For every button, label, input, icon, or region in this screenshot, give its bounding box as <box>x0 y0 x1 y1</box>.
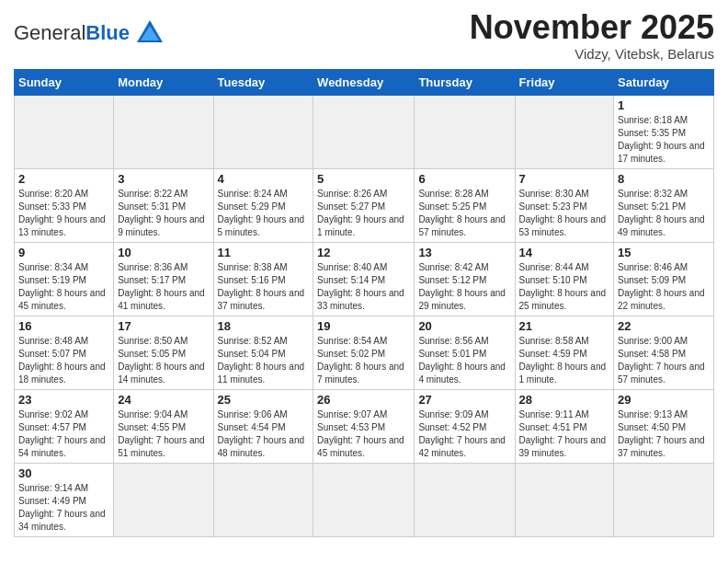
day-cell <box>515 463 614 536</box>
day-number: 21 <box>519 319 610 333</box>
day-number: 7 <box>519 172 610 186</box>
day-cell: 6Sunrise: 8:28 AM Sunset: 5:25 PM Daylig… <box>415 168 515 242</box>
day-cell: 10Sunrise: 8:36 AM Sunset: 5:17 PM Dayli… <box>114 242 213 316</box>
day-info: Sunrise: 8:38 AM Sunset: 5:16 PM Dayligh… <box>218 261 310 313</box>
day-number: 28 <box>519 393 610 407</box>
day-cell: 29Sunrise: 9:13 AM Sunset: 4:50 PM Dayli… <box>614 389 714 463</box>
day-number: 5 <box>317 172 410 186</box>
week-row-4: 23Sunrise: 9:02 AM Sunset: 4:57 PM Dayli… <box>15 389 714 463</box>
day-cell <box>213 95 313 168</box>
day-number: 15 <box>618 246 710 259</box>
day-info: Sunrise: 8:50 AM Sunset: 5:05 PM Dayligh… <box>118 335 209 386</box>
day-cell: 18Sunrise: 8:52 AM Sunset: 5:04 PM Dayli… <box>213 316 313 389</box>
logo-text: GeneralBlue <box>14 21 130 45</box>
week-row-1: 2Sunrise: 8:20 AM Sunset: 5:33 PM Daylig… <box>15 168 714 242</box>
logo-general: General <box>14 21 85 44</box>
day-cell <box>15 95 114 168</box>
day-info: Sunrise: 8:52 AM Sunset: 5:04 PM Dayligh… <box>218 335 310 386</box>
day-info: Sunrise: 9:00 AM Sunset: 4:58 PM Dayligh… <box>618 335 710 386</box>
day-number: 2 <box>18 172 109 186</box>
day-cell <box>114 463 213 536</box>
day-info: Sunrise: 8:46 AM Sunset: 5:09 PM Dayligh… <box>618 261 710 313</box>
day-cell: 9Sunrise: 8:34 AM Sunset: 5:19 PM Daylig… <box>15 242 114 316</box>
day-info: Sunrise: 9:14 AM Sunset: 4:49 PM Dayligh… <box>18 482 109 534</box>
month-title: November 2025 <box>470 9 714 46</box>
day-cell: 12Sunrise: 8:40 AM Sunset: 5:14 PM Dayli… <box>313 242 415 316</box>
day-cell <box>415 95 515 168</box>
header-row: Sunday Monday Tuesday Wednesday Thursday… <box>15 69 714 95</box>
day-info: Sunrise: 8:42 AM Sunset: 5:12 PM Dayligh… <box>418 261 510 313</box>
week-row-0: 1Sunrise: 8:18 AM Sunset: 5:35 PM Daylig… <box>15 95 714 168</box>
day-cell <box>415 463 515 536</box>
day-cell: 5Sunrise: 8:26 AM Sunset: 5:27 PM Daylig… <box>313 168 415 242</box>
day-number: 19 <box>317 319 410 333</box>
day-cell: 19Sunrise: 8:54 AM Sunset: 5:02 PM Dayli… <box>313 316 415 389</box>
header: GeneralBlue November 2025 Vidzy, Vitebsk… <box>14 9 714 62</box>
day-info: Sunrise: 9:02 AM Sunset: 4:57 PM Dayligh… <box>18 408 109 460</box>
day-info: Sunrise: 8:18 AM Sunset: 5:35 PM Dayligh… <box>618 114 710 166</box>
day-info: Sunrise: 9:13 AM Sunset: 4:50 PM Dayligh… <box>618 408 710 460</box>
day-info: Sunrise: 8:24 AM Sunset: 5:29 PM Dayligh… <box>218 188 310 239</box>
calendar: Sunday Monday Tuesday Wednesday Thursday… <box>14 69 714 537</box>
day-number: 9 <box>18 246 109 259</box>
day-number: 14 <box>519 246 610 259</box>
day-cell: 11Sunrise: 8:38 AM Sunset: 5:16 PM Dayli… <box>213 242 313 316</box>
day-cell: 17Sunrise: 8:50 AM Sunset: 5:05 PM Dayli… <box>114 316 213 389</box>
col-sunday: Sunday <box>15 69 114 95</box>
day-number: 8 <box>618 172 710 186</box>
day-cell: 13Sunrise: 8:42 AM Sunset: 5:12 PM Dayli… <box>415 242 515 316</box>
day-cell: 21Sunrise: 8:58 AM Sunset: 4:59 PM Dayli… <box>515 316 614 389</box>
col-wednesday: Wednesday <box>313 69 415 95</box>
day-number: 16 <box>18 319 109 333</box>
day-info: Sunrise: 8:36 AM Sunset: 5:17 PM Dayligh… <box>118 261 209 313</box>
day-cell <box>313 463 415 536</box>
title-block: November 2025 Vidzy, Vitebsk, Belarus <box>470 9 714 62</box>
day-cell: 26Sunrise: 9:07 AM Sunset: 4:53 PM Dayli… <box>313 389 415 463</box>
week-row-3: 16Sunrise: 8:48 AM Sunset: 5:07 PM Dayli… <box>15 316 714 389</box>
day-cell: 28Sunrise: 9:11 AM Sunset: 4:51 PM Dayli… <box>515 389 614 463</box>
logo: GeneralBlue <box>14 17 166 50</box>
day-info: Sunrise: 8:20 AM Sunset: 5:33 PM Dayligh… <box>18 188 109 239</box>
day-info: Sunrise: 8:48 AM Sunset: 5:07 PM Dayligh… <box>18 335 109 386</box>
day-cell: 20Sunrise: 8:56 AM Sunset: 5:01 PM Dayli… <box>415 316 515 389</box>
col-thursday: Thursday <box>415 69 515 95</box>
day-number: 29 <box>618 393 710 407</box>
col-tuesday: Tuesday <box>213 69 313 95</box>
day-cell: 4Sunrise: 8:24 AM Sunset: 5:29 PM Daylig… <box>213 168 313 242</box>
day-info: Sunrise: 8:44 AM Sunset: 5:10 PM Dayligh… <box>519 261 610 313</box>
day-number: 20 <box>418 319 510 333</box>
week-row-5: 30Sunrise: 9:14 AM Sunset: 4:49 PM Dayli… <box>15 463 714 536</box>
day-number: 11 <box>218 246 310 259</box>
day-info: Sunrise: 8:54 AM Sunset: 5:02 PM Dayligh… <box>317 335 410 386</box>
day-info: Sunrise: 9:04 AM Sunset: 4:55 PM Dayligh… <box>118 408 209 460</box>
col-friday: Friday <box>515 69 614 95</box>
day-info: Sunrise: 8:40 AM Sunset: 5:14 PM Dayligh… <box>317 261 410 313</box>
day-info: Sunrise: 8:58 AM Sunset: 4:59 PM Dayligh… <box>519 335 610 386</box>
day-info: Sunrise: 8:22 AM Sunset: 5:31 PM Dayligh… <box>118 188 209 239</box>
day-number: 25 <box>218 393 310 407</box>
day-number: 4 <box>218 172 310 186</box>
day-number: 30 <box>18 466 109 480</box>
day-number: 24 <box>118 393 209 407</box>
day-number: 10 <box>118 246 209 259</box>
day-number: 3 <box>118 172 209 186</box>
day-cell: 25Sunrise: 9:06 AM Sunset: 4:54 PM Dayli… <box>213 389 313 463</box>
day-info: Sunrise: 8:28 AM Sunset: 5:25 PM Dayligh… <box>418 188 510 239</box>
day-number: 23 <box>18 393 109 407</box>
day-number: 17 <box>118 319 209 333</box>
page: GeneralBlue November 2025 Vidzy, Vitebsk… <box>0 0 728 551</box>
day-cell: 8Sunrise: 8:32 AM Sunset: 5:21 PM Daylig… <box>614 168 714 242</box>
day-cell: 16Sunrise: 8:48 AM Sunset: 5:07 PM Dayli… <box>15 316 114 389</box>
day-number: 22 <box>618 319 710 333</box>
day-number: 27 <box>418 393 510 407</box>
day-number: 13 <box>418 246 510 259</box>
day-cell <box>114 95 213 168</box>
subtitle: Vidzy, Vitebsk, Belarus <box>470 46 714 62</box>
day-info: Sunrise: 9:09 AM Sunset: 4:52 PM Dayligh… <box>418 408 510 460</box>
day-cell: 27Sunrise: 9:09 AM Sunset: 4:52 PM Dayli… <box>415 389 515 463</box>
col-monday: Monday <box>114 69 213 95</box>
week-row-2: 9Sunrise: 8:34 AM Sunset: 5:19 PM Daylig… <box>15 242 714 316</box>
day-cell: 23Sunrise: 9:02 AM Sunset: 4:57 PM Dayli… <box>15 389 114 463</box>
day-number: 12 <box>317 246 410 259</box>
day-number: 6 <box>418 172 510 186</box>
